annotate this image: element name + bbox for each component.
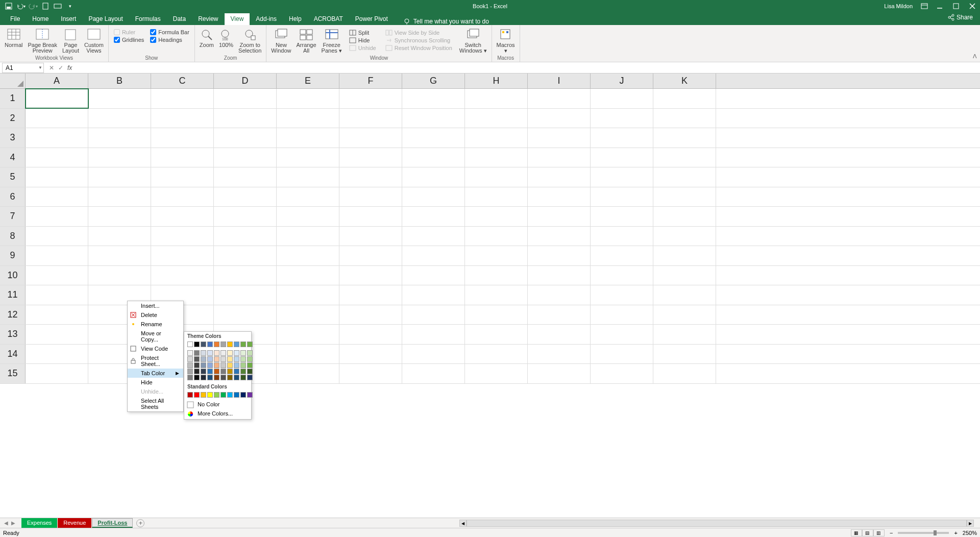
cell[interactable] [402,187,465,207]
cell[interactable] [151,246,214,265]
color-swatch[interactable] [187,341,193,347]
color-swatch[interactable] [247,350,253,356]
cell[interactable] [277,167,339,187]
color-swatch[interactable] [207,392,213,398]
add-sheet-button[interactable]: + [136,519,144,527]
column-header[interactable]: A [26,74,88,88]
cell[interactable] [339,148,402,167]
tab-nav-next[interactable]: ▶ [10,520,16,526]
cell[interactable] [591,187,653,207]
color-swatch[interactable] [207,362,213,368]
color-swatch[interactable] [234,392,239,398]
cell[interactable] [653,89,716,108]
color-swatch[interactable] [201,350,206,356]
cell[interactable] [528,207,591,226]
color-swatch[interactable] [187,350,193,356]
cell[interactable] [277,325,339,344]
cell[interactable] [402,266,465,285]
cell[interactable] [591,266,653,285]
cell[interactable] [528,364,591,383]
color-swatch[interactable] [240,356,246,362]
tab-acrobat[interactable]: ACROBAT [308,13,349,25]
ribbon-display-icon[interactable] [921,3,928,9]
color-swatch[interactable] [194,341,200,347]
column-header[interactable]: C [151,74,214,88]
freeze-panes-button[interactable]: Freeze Panes ▾ [320,28,344,54]
cell[interactable] [88,89,151,108]
cell[interactable] [528,109,591,128]
cell[interactable] [653,266,716,285]
cell[interactable] [402,207,465,226]
cell[interactable] [277,109,339,128]
cell[interactable] [214,148,277,167]
menu-move-copy[interactable]: Move or Copy... [128,329,183,344]
row-header[interactable]: 15 [0,364,26,383]
color-swatch[interactable] [227,356,233,362]
cell[interactable] [528,227,591,246]
cell[interactable] [151,266,214,285]
qat-more-icon[interactable]: ▾ [65,2,75,11]
cell[interactable] [591,325,653,344]
cell[interactable] [591,246,653,265]
share-button[interactable]: Share [947,14,973,21]
color-swatch[interactable] [220,341,226,347]
color-swatch[interactable] [240,369,246,374]
cell[interactable] [465,305,528,325]
cell[interactable] [402,345,465,364]
formula-input[interactable] [74,63,980,72]
cell[interactable] [528,128,591,148]
row-header[interactable]: 7 [0,207,26,226]
tab-nav-prev[interactable]: ◀ [3,520,9,526]
color-swatch[interactable] [240,392,246,398]
save-icon[interactable] [4,2,13,11]
color-swatch[interactable] [214,362,219,368]
color-swatch[interactable] [247,341,253,347]
color-swatch[interactable] [220,356,226,362]
color-swatch[interactable] [187,375,193,380]
color-swatch[interactable] [207,369,213,374]
side-by-side-button[interactable]: View Side by Side [384,29,454,36]
tell-me-search[interactable]: Tell me what you want to do [403,18,489,25]
cell[interactable] [88,128,151,148]
cell[interactable] [339,227,402,246]
cell[interactable] [151,128,214,148]
color-swatch[interactable] [194,369,200,374]
normal-view-button[interactable]: Normal [3,28,24,48]
cell[interactable] [465,167,528,187]
menu-select-all-sheets[interactable]: Select All Sheets [128,396,183,411]
color-swatch[interactable] [194,356,200,362]
cell[interactable] [591,128,653,148]
cell[interactable] [339,364,402,383]
menu-view-code[interactable]: View Code [128,344,183,353]
sheet-tab-revenue[interactable]: Revenue [58,518,91,528]
undo-icon[interactable]: ▾ [16,2,26,11]
switch-windows-button[interactable]: Switch Windows ▾ [458,28,488,54]
row-header[interactable]: 8 [0,227,26,246]
column-header[interactable]: H [465,74,528,88]
color-swatch[interactable] [207,356,213,362]
cell[interactable] [528,285,591,305]
cell[interactable] [402,227,465,246]
cell[interactable] [653,325,716,344]
new-window-button[interactable]: New Window [270,28,292,54]
gridlines-checkbox[interactable]: Gridlines [114,37,144,43]
cell[interactable] [26,227,88,246]
color-swatch[interactable] [240,341,246,347]
cell[interactable] [277,345,339,364]
tab-formulas[interactable]: Formulas [129,13,167,25]
color-swatch[interactable] [207,341,213,347]
row-header[interactable]: 6 [0,187,26,207]
cell[interactable] [214,227,277,246]
color-swatch[interactable] [234,375,239,380]
cell[interactable] [653,285,716,305]
scroll-left-icon[interactable]: ◀ [459,520,467,527]
cell[interactable] [339,109,402,128]
color-swatch[interactable] [187,362,193,368]
cell[interactable] [339,207,402,226]
row-header[interactable]: 1 [0,89,26,108]
row-header[interactable]: 10 [0,266,26,285]
cell[interactable] [214,187,277,207]
cell[interactable] [339,128,402,148]
color-swatch[interactable] [240,375,246,380]
column-header[interactable]: G [402,74,465,88]
